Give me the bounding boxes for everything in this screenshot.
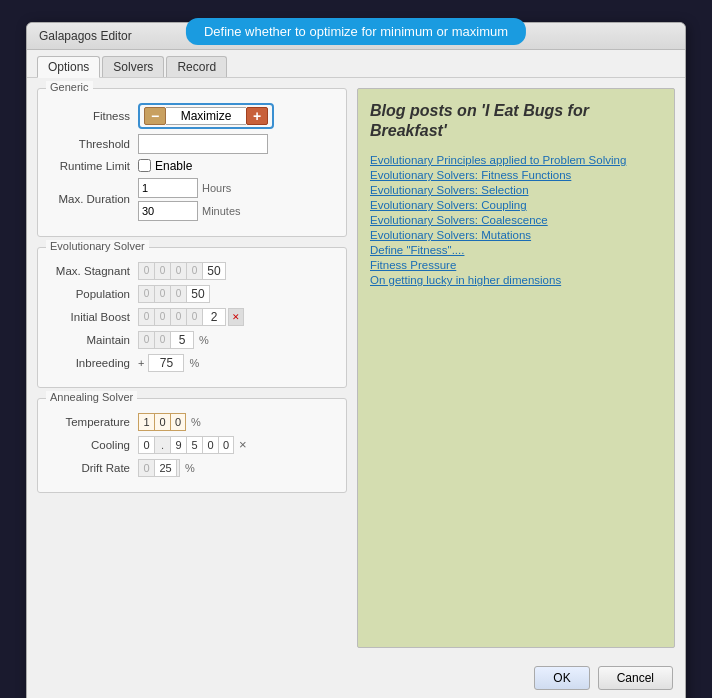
blog-link-8[interactable]: On getting lucky in higher dimensions bbox=[370, 274, 662, 286]
maintain-d2: 0 bbox=[154, 331, 170, 349]
blog-link-7[interactable]: Fitness Pressure bbox=[370, 259, 662, 271]
minutes-unit: Minutes bbox=[202, 205, 241, 217]
evolutionary-section-label: Evolutionary Solver bbox=[46, 240, 149, 252]
cooling-unit: × bbox=[239, 437, 247, 452]
stagnant-d1: 0 bbox=[138, 262, 154, 280]
boost-clear-btn[interactable]: ✕ bbox=[228, 308, 244, 326]
cooling-row: Cooling 0 . 9 5 0 0 × bbox=[48, 436, 336, 454]
temperature-row: Temperature 1 0 0 % bbox=[48, 413, 336, 431]
runtime-enable-check[interactable] bbox=[138, 159, 151, 172]
fitness-value-display[interactable]: Maximize bbox=[166, 107, 246, 125]
maintain-val[interactable]: 5 bbox=[170, 331, 194, 349]
cooling-field: 0 . 9 5 0 0 bbox=[138, 436, 234, 454]
boost-val[interactable]: 2 bbox=[202, 308, 226, 326]
initial-boost-field: 0 0 0 0 2 bbox=[138, 308, 226, 326]
blog-link-5[interactable]: Evolutionary Solvers: Mutations bbox=[370, 229, 662, 241]
cooling-d5: 0 bbox=[218, 436, 234, 454]
maintain-d1: 0 bbox=[138, 331, 154, 349]
threshold-row: Threshold bbox=[48, 134, 336, 154]
threshold-input[interactable] bbox=[138, 134, 268, 154]
cooling-dot: . bbox=[154, 436, 170, 454]
max-stagnant-row: Max. Stagnant 0 0 0 0 50 bbox=[48, 262, 336, 280]
generic-section-label: Generic bbox=[46, 81, 93, 93]
initial-boost-row: Initial Boost 0 0 0 0 2 ✕ bbox=[48, 308, 336, 326]
inbreeding-val[interactable]: 75 bbox=[148, 354, 184, 372]
drift-d1: 0 bbox=[138, 459, 154, 477]
max-duration-row: Max. Duration Hours Minutes bbox=[48, 178, 336, 221]
hours-input[interactable] bbox=[138, 178, 198, 198]
inbreeding-label: Inbreeding bbox=[48, 357, 138, 369]
pop-d3: 0 bbox=[170, 285, 186, 303]
temperature-label: Temperature bbox=[48, 416, 138, 428]
runtime-enable-label: Enable bbox=[155, 159, 192, 173]
inbreeding-field: 75 bbox=[148, 354, 184, 372]
drift-rate-field: 0 25 bbox=[138, 459, 180, 477]
stagnant-val[interactable]: 50 bbox=[202, 262, 226, 280]
max-stagnant-label: Max. Stagnant bbox=[48, 265, 138, 277]
drift-rate-unit: % bbox=[185, 462, 195, 474]
pop-d2: 0 bbox=[154, 285, 170, 303]
drift-rate-label: Drift Rate bbox=[48, 462, 138, 474]
hours-unit: Hours bbox=[202, 182, 231, 194]
blog-link-6[interactable]: Define "Fitness".... bbox=[370, 244, 662, 256]
maintain-row: Maintain 0 0 5 % bbox=[48, 331, 336, 349]
cooling-d1: 0 bbox=[138, 436, 154, 454]
cancel-button[interactable]: Cancel bbox=[598, 666, 673, 690]
blog-link-2[interactable]: Evolutionary Solvers: Selection bbox=[370, 184, 662, 196]
blog-link-4[interactable]: Evolutionary Solvers: Coalescence bbox=[370, 214, 662, 226]
dialog-footer: OK Cancel bbox=[27, 658, 685, 694]
ok-button[interactable]: OK bbox=[534, 666, 589, 690]
blog-links: Evolutionary Principles applied to Probl… bbox=[370, 154, 662, 286]
temp-d1: 1 bbox=[138, 413, 154, 431]
tab-record[interactable]: Record bbox=[166, 56, 227, 77]
generic-section: Generic Fitness − Maximize + Threshold bbox=[37, 88, 347, 237]
cooling-label: Cooling bbox=[48, 439, 138, 451]
maintain-label: Maintain bbox=[48, 334, 138, 346]
maintain-field: 0 0 5 bbox=[138, 331, 194, 349]
tab-options[interactable]: Options bbox=[37, 56, 100, 78]
minutes-row: Minutes bbox=[138, 201, 241, 221]
runtime-enable-checkbox: Enable bbox=[138, 159, 192, 173]
fitness-row: Fitness − Maximize + bbox=[48, 103, 336, 129]
right-panel: Blog posts on 'I Eat Bugs for Breakfast'… bbox=[357, 88, 675, 648]
evolutionary-section: Evolutionary Solver Max. Stagnant 0 0 0 … bbox=[37, 247, 347, 388]
drift-rate-row: Drift Rate 0 25 % bbox=[48, 459, 336, 477]
stagnant-d3: 0 bbox=[170, 262, 186, 280]
pop-d1: 0 bbox=[138, 285, 154, 303]
inbreeding-prefix: + bbox=[138, 357, 144, 369]
boost-d1: 0 bbox=[138, 308, 154, 326]
annealing-section-label: Annealing Solver bbox=[46, 391, 137, 403]
population-field: 0 0 0 50 bbox=[138, 285, 210, 303]
temperature-field: 1 0 0 bbox=[138, 413, 186, 431]
blog-title: Blog posts on 'I Eat Bugs for Breakfast' bbox=[370, 101, 662, 143]
runtime-limit-label: Runtime Limit bbox=[48, 160, 138, 172]
inbreeding-row: Inbreeding + 75 % bbox=[48, 354, 336, 372]
drift-last bbox=[176, 459, 180, 477]
max-duration-label: Max. Duration bbox=[48, 193, 138, 205]
maintain-unit: % bbox=[199, 334, 209, 346]
pop-val[interactable]: 50 bbox=[186, 285, 210, 303]
cooling-d2: 9 bbox=[170, 436, 186, 454]
cooling-d3: 5 bbox=[186, 436, 202, 454]
stagnant-d4: 0 bbox=[186, 262, 202, 280]
left-panel: Generic Fitness − Maximize + Threshold bbox=[37, 88, 347, 648]
blog-link-3[interactable]: Evolutionary Solvers: Coupling bbox=[370, 199, 662, 211]
fitness-control: − Maximize + bbox=[138, 103, 274, 129]
temperature-unit: % bbox=[191, 416, 201, 428]
cooling-d4: 0 bbox=[202, 436, 218, 454]
dialog-body: Generic Fitness − Maximize + Threshold bbox=[27, 78, 685, 658]
fitness-minus-button[interactable]: − bbox=[144, 107, 166, 125]
hours-row: Hours bbox=[138, 178, 241, 198]
boost-d3: 0 bbox=[170, 308, 186, 326]
blog-link-1[interactable]: Evolutionary Solvers: Fitness Functions bbox=[370, 169, 662, 181]
temp-d3: 0 bbox=[170, 413, 186, 431]
minutes-input[interactable] bbox=[138, 201, 198, 221]
fitness-plus-button[interactable]: + bbox=[246, 107, 268, 125]
blog-link-0[interactable]: Evolutionary Principles applied to Probl… bbox=[370, 154, 662, 166]
annealing-section: Annealing Solver Temperature 1 0 0 % bbox=[37, 398, 347, 493]
boost-d2: 0 bbox=[154, 308, 170, 326]
drift-val[interactable]: 25 bbox=[154, 459, 176, 477]
tab-solvers[interactable]: Solvers bbox=[102, 56, 164, 77]
threshold-label: Threshold bbox=[48, 138, 138, 150]
galapagos-dialog: Galapagos Editor Options Solvers Record … bbox=[26, 22, 686, 699]
